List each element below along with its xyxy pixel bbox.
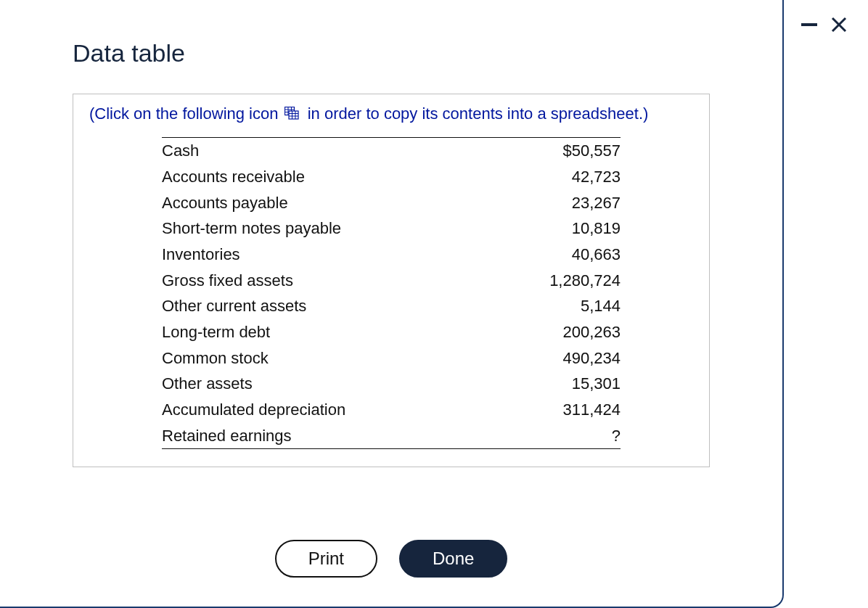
table-row: Accumulated depreciation311,424 [162, 397, 621, 423]
row-value: 490,234 [493, 345, 621, 371]
row-label: Common stock [162, 345, 493, 371]
row-label: Gross fixed assets [162, 268, 493, 294]
table-row: Short-term notes payable10,819 [162, 215, 621, 242]
row-value: 311,424 [493, 397, 621, 423]
copy-instruction: (Click on the following icon in order to… [89, 104, 693, 124]
table-row: Long-term debt200,263 [162, 319, 621, 345]
row-label: Long-term debt [162, 319, 493, 345]
balance-sheet-table: Cash$50,557Accounts receivable42,723Acco… [162, 137, 621, 449]
row-value: ? [493, 423, 621, 449]
row-value: 5,144 [493, 293, 621, 319]
window-controls [801, 16, 848, 33]
minimize-icon[interactable] [801, 23, 817, 26]
row-label: Retained earnings [162, 423, 493, 449]
row-value: 1,280,724 [493, 268, 621, 294]
table-row: Other assets15,301 [162, 371, 621, 397]
content-panel: (Click on the following icon in order to… [73, 94, 710, 467]
row-label: Cash [162, 138, 493, 164]
data-table-dialog: Data table (Click on the following icon [0, 0, 784, 608]
instruction-prefix: (Click on the following icon [89, 104, 278, 123]
row-label: Other current assets [162, 293, 493, 319]
row-value: 10,819 [493, 215, 621, 242]
row-label: Accounts receivable [162, 164, 493, 190]
row-value: 42,723 [493, 164, 621, 190]
table-row: Accounts payable23,267 [162, 190, 621, 216]
row-value: 23,267 [493, 190, 621, 216]
instruction-suffix: in order to copy its contents into a spr… [308, 104, 649, 123]
row-label: Short-term notes payable [162, 215, 493, 242]
print-button[interactable]: Print [275, 540, 377, 578]
table-row: Other current assets5,144 [162, 293, 621, 319]
table-row: Retained earnings? [162, 423, 621, 449]
svg-rect-7 [289, 111, 298, 119]
table-row: Gross fixed assets1,280,724 [162, 268, 621, 294]
row-label: Other assets [162, 371, 493, 397]
table-row: Cash$50,557 [162, 138, 621, 164]
close-icon[interactable] [830, 16, 848, 33]
dialog-title: Data table [73, 39, 782, 67]
dialog-buttons: Print Done [0, 540, 782, 578]
row-value: 15,301 [493, 371, 621, 397]
row-value: $50,557 [493, 138, 621, 164]
done-button[interactable]: Done [399, 540, 507, 578]
table-row: Common stock490,234 [162, 345, 621, 371]
row-label: Inventories [162, 242, 493, 268]
copy-to-spreadsheet-icon[interactable] [284, 105, 299, 124]
row-value: 40,663 [493, 242, 621, 268]
row-value: 200,263 [493, 319, 621, 345]
table-row: Inventories40,663 [162, 242, 621, 268]
table-row: Accounts receivable42,723 [162, 164, 621, 190]
row-label: Accounts payable [162, 190, 493, 216]
row-label: Accumulated depreciation [162, 397, 493, 423]
